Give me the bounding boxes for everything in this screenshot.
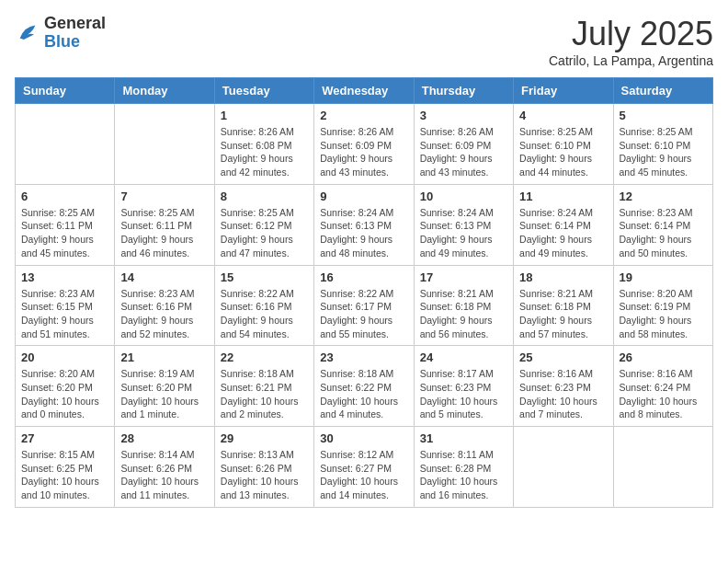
day-number: 17	[420, 270, 507, 284]
day-info: Sunrise: 8:22 AM Sunset: 6:16 PM Dayligh…	[221, 287, 308, 341]
day-info: Sunrise: 8:23 AM Sunset: 6:14 PM Dayligh…	[620, 206, 707, 260]
day-info: Sunrise: 8:16 AM Sunset: 6:23 PM Dayligh…	[519, 367, 607, 421]
day-number: 19	[620, 270, 707, 284]
week-row-1: 1Sunrise: 8:26 AM Sunset: 6:08 PM Daylig…	[16, 104, 713, 185]
day-number: 24	[420, 350, 507, 364]
day-number: 15	[221, 270, 308, 284]
day-info: Sunrise: 8:13 AM Sunset: 6:26 PM Dayligh…	[221, 448, 308, 502]
day-number: 8	[221, 190, 308, 203]
calendar-cell: 10Sunrise: 8:24 AM Sunset: 6:13 PM Dayli…	[414, 184, 513, 265]
calendar-cell: 18Sunrise: 8:21 AM Sunset: 6:18 PM Dayli…	[514, 265, 613, 346]
calendar-cell: 24Sunrise: 8:17 AM Sunset: 6:23 PM Dayli…	[414, 346, 513, 427]
day-number: 30	[320, 431, 407, 445]
day-number: 7	[120, 190, 208, 203]
calendar-cell: 23Sunrise: 8:18 AM Sunset: 6:22 PM Dayli…	[314, 346, 414, 427]
calendar-cell: 4Sunrise: 8:25 AM Sunset: 6:10 PM Daylig…	[514, 104, 613, 185]
day-info: Sunrise: 8:11 AM Sunset: 6:28 PM Dayligh…	[420, 448, 507, 502]
day-info: Sunrise: 8:26 AM Sunset: 6:09 PM Dayligh…	[420, 125, 507, 179]
calendar-cell: 29Sunrise: 8:13 AM Sunset: 6:26 PM Dayli…	[214, 427, 313, 508]
day-info: Sunrise: 8:12 AM Sunset: 6:27 PM Dayligh…	[320, 448, 407, 502]
calendar-cell: 22Sunrise: 8:18 AM Sunset: 6:21 PM Dayli…	[214, 346, 313, 427]
weekday-header-saturday: Saturday	[613, 78, 712, 104]
weekday-header-sunday: Sunday	[16, 78, 115, 104]
calendar-cell: 30Sunrise: 8:12 AM Sunset: 6:27 PM Dayli…	[314, 427, 414, 508]
weekday-header-friday: Friday	[514, 78, 613, 104]
calendar-cell: 12Sunrise: 8:23 AM Sunset: 6:14 PM Dayli…	[613, 184, 712, 265]
day-number: 29	[221, 431, 308, 445]
day-info: Sunrise: 8:21 AM Sunset: 6:18 PM Dayligh…	[420, 287, 507, 341]
day-number: 31	[420, 431, 507, 445]
day-number: 1	[221, 109, 308, 122]
calendar-cell: 11Sunrise: 8:24 AM Sunset: 6:14 PM Dayli…	[514, 184, 613, 265]
week-row-2: 6Sunrise: 8:25 AM Sunset: 6:11 PM Daylig…	[16, 184, 713, 265]
calendar-cell: 25Sunrise: 8:16 AM Sunset: 6:23 PM Dayli…	[514, 346, 613, 427]
day-number: 25	[519, 350, 607, 364]
day-number: 18	[519, 270, 607, 284]
logo-blue-text: Blue	[44, 33, 106, 52]
weekday-header-monday: Monday	[115, 78, 214, 104]
weekday-header-thursday: Thursday	[414, 78, 513, 104]
logo: General Blue	[15, 15, 106, 52]
day-number: 26	[620, 350, 707, 364]
weekday-header-tuesday: Tuesday	[214, 78, 313, 104]
calendar-cell: 3Sunrise: 8:26 AM Sunset: 6:09 PM Daylig…	[414, 104, 513, 185]
day-number: 20	[21, 350, 108, 364]
calendar-cell	[514, 427, 613, 508]
day-info: Sunrise: 8:15 AM Sunset: 6:25 PM Dayligh…	[21, 448, 108, 502]
logo-bird-icon	[15, 20, 40, 46]
day-number: 9	[320, 190, 407, 203]
calendar-cell: 9Sunrise: 8:24 AM Sunset: 6:13 PM Daylig…	[314, 184, 414, 265]
calendar-cell: 31Sunrise: 8:11 AM Sunset: 6:28 PM Dayli…	[414, 427, 513, 508]
day-info: Sunrise: 8:18 AM Sunset: 6:22 PM Dayligh…	[320, 367, 407, 421]
calendar-cell: 2Sunrise: 8:26 AM Sunset: 6:09 PM Daylig…	[314, 104, 414, 185]
day-info: Sunrise: 8:24 AM Sunset: 6:13 PM Dayligh…	[320, 206, 407, 260]
weekday-header-row: SundayMondayTuesdayWednesdayThursdayFrid…	[16, 78, 713, 104]
day-info: Sunrise: 8:25 AM Sunset: 6:11 PM Dayligh…	[120, 206, 208, 260]
calendar-cell: 20Sunrise: 8:20 AM Sunset: 6:20 PM Dayli…	[16, 346, 115, 427]
calendar-cell: 19Sunrise: 8:20 AM Sunset: 6:19 PM Dayli…	[613, 265, 712, 346]
day-info: Sunrise: 8:25 AM Sunset: 6:12 PM Dayligh…	[221, 206, 308, 260]
day-number: 23	[320, 350, 407, 364]
day-number: 12	[620, 190, 707, 203]
day-info: Sunrise: 8:26 AM Sunset: 6:08 PM Dayligh…	[221, 125, 308, 179]
day-info: Sunrise: 8:25 AM Sunset: 6:10 PM Dayligh…	[519, 125, 607, 179]
day-info: Sunrise: 8:17 AM Sunset: 6:23 PM Dayligh…	[420, 367, 507, 421]
calendar-cell	[115, 104, 214, 185]
day-number: 13	[21, 270, 108, 284]
day-info: Sunrise: 8:20 AM Sunset: 6:20 PM Dayligh…	[21, 367, 108, 421]
page-header: General Blue July 2025 Catrilo, La Pampa…	[15, 15, 713, 68]
title-block: July 2025 Catrilo, La Pampa, Argentina	[549, 15, 713, 68]
day-info: Sunrise: 8:14 AM Sunset: 6:26 PM Dayligh…	[120, 448, 208, 502]
logo-general-text: General	[44, 15, 106, 33]
calendar-cell: 7Sunrise: 8:25 AM Sunset: 6:11 PM Daylig…	[115, 184, 214, 265]
day-number: 14	[120, 270, 208, 284]
calendar-cell: 8Sunrise: 8:25 AM Sunset: 6:12 PM Daylig…	[214, 184, 313, 265]
calendar-cell: 27Sunrise: 8:15 AM Sunset: 6:25 PM Dayli…	[16, 427, 115, 508]
day-number: 4	[519, 109, 607, 122]
calendar-cell: 16Sunrise: 8:22 AM Sunset: 6:17 PM Dayli…	[314, 265, 414, 346]
day-number: 11	[519, 190, 607, 203]
day-info: Sunrise: 8:18 AM Sunset: 6:21 PM Dayligh…	[221, 367, 308, 421]
day-number: 16	[320, 270, 407, 284]
calendar-cell	[16, 104, 115, 185]
day-info: Sunrise: 8:26 AM Sunset: 6:09 PM Dayligh…	[320, 125, 407, 179]
calendar-cell: 15Sunrise: 8:22 AM Sunset: 6:16 PM Dayli…	[214, 265, 313, 346]
day-number: 21	[120, 350, 208, 364]
calendar-cell: 1Sunrise: 8:26 AM Sunset: 6:08 PM Daylig…	[214, 104, 313, 185]
calendar-table: SundayMondayTuesdayWednesdayThursdayFrid…	[15, 77, 713, 508]
day-info: Sunrise: 8:25 AM Sunset: 6:11 PM Dayligh…	[21, 206, 108, 260]
day-info: Sunrise: 8:22 AM Sunset: 6:17 PM Dayligh…	[320, 287, 407, 341]
day-number: 5	[620, 109, 707, 122]
week-row-5: 27Sunrise: 8:15 AM Sunset: 6:25 PM Dayli…	[16, 427, 713, 508]
calendar-cell: 13Sunrise: 8:23 AM Sunset: 6:15 PM Dayli…	[16, 265, 115, 346]
day-info: Sunrise: 8:19 AM Sunset: 6:20 PM Dayligh…	[120, 367, 208, 421]
month-title: July 2025	[549, 15, 713, 53]
day-number: 27	[21, 431, 108, 445]
week-row-4: 20Sunrise: 8:20 AM Sunset: 6:20 PM Dayli…	[16, 346, 713, 427]
day-info: Sunrise: 8:25 AM Sunset: 6:10 PM Dayligh…	[620, 125, 707, 179]
calendar-cell: 14Sunrise: 8:23 AM Sunset: 6:16 PM Dayli…	[115, 265, 214, 346]
day-info: Sunrise: 8:21 AM Sunset: 6:18 PM Dayligh…	[519, 287, 607, 341]
day-number: 28	[120, 431, 208, 445]
day-info: Sunrise: 8:24 AM Sunset: 6:14 PM Dayligh…	[519, 206, 607, 260]
day-info: Sunrise: 8:24 AM Sunset: 6:13 PM Dayligh…	[420, 206, 507, 260]
